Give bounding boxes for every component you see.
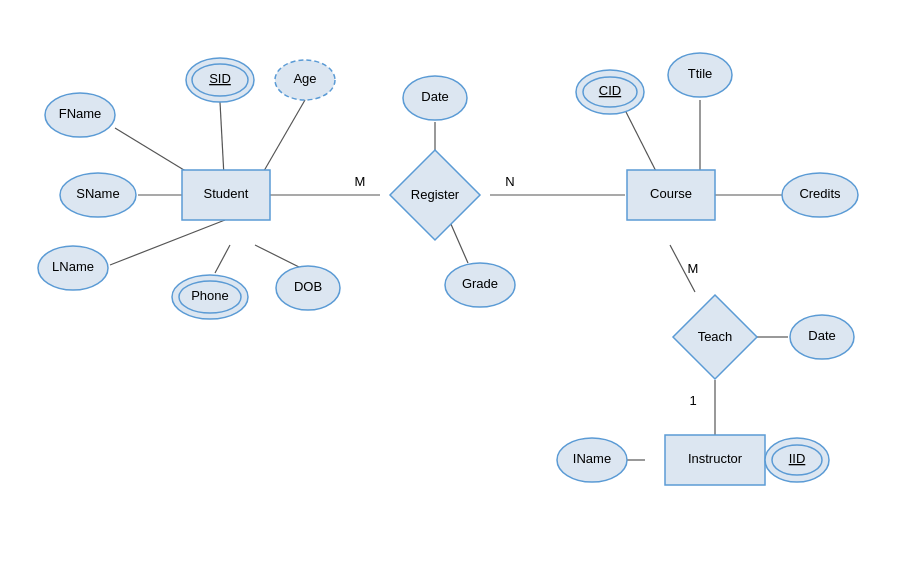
relationship-register-label: Register xyxy=(411,187,460,202)
er-diagram: M N M 1 Student Course Instructor Regist… xyxy=(0,0,913,567)
entity-instructor-label: Instructor xyxy=(688,451,743,466)
attr-grade-label: Grade xyxy=(462,276,498,291)
attr-iname-label: IName xyxy=(573,451,611,466)
attr-phone-label: Phone xyxy=(191,288,229,303)
attr-sid-label: SID xyxy=(209,71,231,86)
attr-dob-label: DOB xyxy=(294,279,322,294)
line-grade-register xyxy=(450,222,468,263)
attr-ttile-label: Ttile xyxy=(688,66,713,81)
line-phone xyxy=(215,245,230,273)
attr-sname-label: SName xyxy=(76,186,119,201)
entity-course-label: Course xyxy=(650,186,692,201)
cardinality-n: N xyxy=(505,174,514,189)
cardinality-m2: M xyxy=(688,261,699,276)
line-dob xyxy=(255,245,305,270)
cardinality-m: M xyxy=(355,174,366,189)
attr-credits-label: Credits xyxy=(799,186,841,201)
attr-cid-label: CID xyxy=(599,83,621,98)
line-lname xyxy=(110,220,225,265)
attr-fname-label: FName xyxy=(59,106,102,121)
attr-age-label: Age xyxy=(293,71,316,86)
entity-student-label: Student xyxy=(204,186,249,201)
attr-lname-label: LName xyxy=(52,259,94,274)
attr-date-register-label: Date xyxy=(421,89,448,104)
relationship-teach-label: Teach xyxy=(698,329,733,344)
attr-date-teach-label: Date xyxy=(808,328,835,343)
attr-iid-label: IID xyxy=(789,451,806,466)
cardinality-1: 1 xyxy=(689,393,696,408)
